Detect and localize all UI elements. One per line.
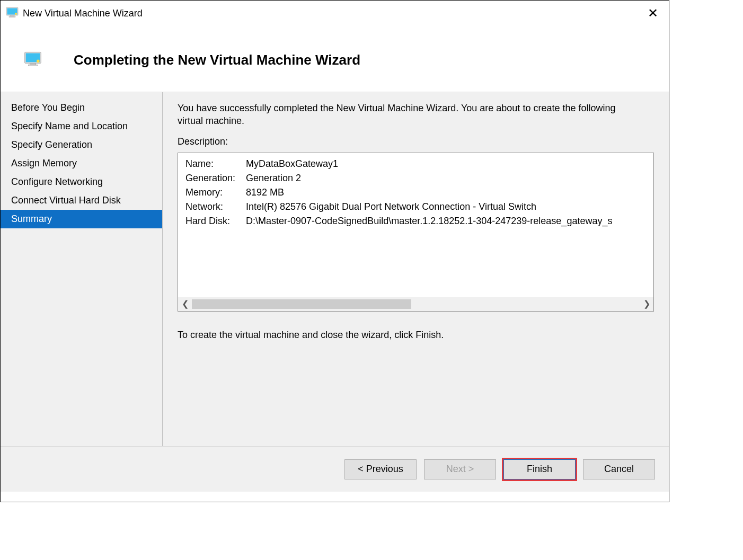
wizard-title: Completing the New Virtual Machine Wizar… <box>74 52 360 68</box>
scroll-thumb[interactable] <box>192 299 411 309</box>
titlebar: New Virtual Machine Wizard ✕ <box>1 1 669 26</box>
svg-point-4 <box>15 13 17 15</box>
step-specify-generation[interactable]: Specify Generation <box>1 136 162 154</box>
property-key: Network: <box>185 201 246 212</box>
step-before-you-begin[interactable]: Before You Begin <box>1 99 162 117</box>
wizard-body: Before You Begin Specify Name and Locati… <box>1 92 669 446</box>
step-summary[interactable]: Summary <box>1 210 162 228</box>
wizard-content: You have successfully completed the New … <box>163 92 669 446</box>
scroll-left-arrow-icon[interactable]: ❮ <box>178 297 192 311</box>
description-box: Name: MyDataBoxGateway1 Generation: Gene… <box>178 153 654 312</box>
description-label: Description: <box>178 136 654 147</box>
property-value: Intel(R) 82576 Gigabit Dual Port Network… <box>246 201 536 212</box>
svg-point-9 <box>37 59 40 63</box>
wizard-header-icon <box>24 51 74 68</box>
step-assign-memory[interactable]: Assign Memory <box>1 154 162 173</box>
wizard-header: Completing the New Virtual Machine Wizar… <box>1 26 669 92</box>
previous-button[interactable]: < Previous <box>344 459 417 479</box>
closing-instruction-text: To create the virtual machine and close … <box>178 330 654 341</box>
titlebar-title: New Virtual Machine Wizard <box>23 8 642 19</box>
finish-button[interactable]: Finish <box>503 459 576 479</box>
property-value: Generation 2 <box>246 173 301 184</box>
titlebar-app-icon <box>6 7 23 20</box>
property-key: Hard Disk: <box>185 216 246 227</box>
property-row-hard-disk: Hard Disk: D:\Master-0907-CodeSignedBuil… <box>185 216 646 227</box>
step-configure-networking[interactable]: Configure Networking <box>1 173 162 191</box>
scroll-track[interactable] <box>192 297 640 311</box>
property-row-generation: Generation: Generation 2 <box>185 173 646 184</box>
step-connect-virtual-hard-disk[interactable]: Connect Virtual Hard Disk <box>1 191 162 210</box>
property-key: Memory: <box>185 187 246 198</box>
close-button[interactable]: ✕ <box>642 4 664 23</box>
summary-intro-text: You have successfully completed the New … <box>178 102 628 128</box>
svg-rect-2 <box>10 15 14 16</box>
property-row-network: Network: Intel(R) 82576 Gigabit Dual Por… <box>185 201 646 212</box>
description-content: Name: MyDataBoxGateway1 Generation: Gene… <box>178 153 653 235</box>
wizard-footer: < Previous Next > Finish Cancel <box>1 446 669 492</box>
next-button: Next > <box>424 459 496 479</box>
property-value: 8192 MB <box>246 187 284 198</box>
wizard-steps-sidebar: Before You Begin Specify Name and Locati… <box>1 92 163 446</box>
svg-rect-8 <box>29 65 38 66</box>
svg-rect-7 <box>30 63 36 65</box>
property-value: MyDataBoxGateway1 <box>246 158 338 170</box>
property-row-name: Name: MyDataBoxGateway1 <box>185 158 646 170</box>
scroll-right-arrow-icon[interactable]: ❯ <box>640 297 653 311</box>
property-key: Name: <box>185 158 246 170</box>
step-specify-name-location[interactable]: Specify Name and Location <box>1 117 162 136</box>
cancel-button[interactable]: Cancel <box>583 459 655 479</box>
property-key: Generation: <box>185 173 246 184</box>
svg-rect-3 <box>9 16 15 17</box>
property-value: D:\Master-0907-CodeSignedBuild\master.1.… <box>246 216 612 227</box>
horizontal-scrollbar[interactable]: ❮ ❯ <box>178 297 653 311</box>
property-row-memory: Memory: 8192 MB <box>185 187 646 198</box>
